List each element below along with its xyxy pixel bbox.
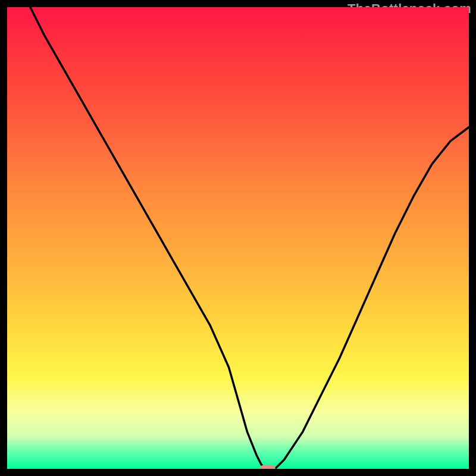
chart-container: TheBottleneck.com [0, 0, 476, 476]
optimal-point-marker [260, 465, 275, 469]
plot-area [7, 7, 469, 469]
gradient-background [7, 7, 469, 469]
